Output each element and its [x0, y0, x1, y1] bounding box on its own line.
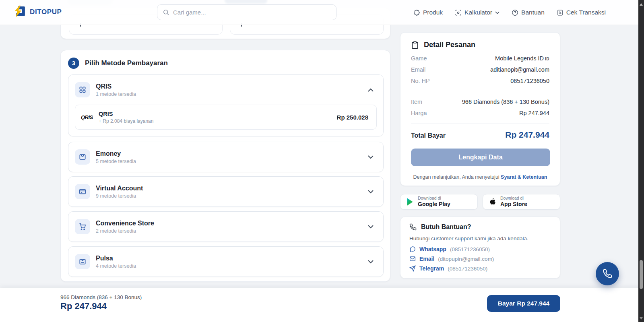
order-card-title: Detail Pesanan — [424, 41, 475, 49]
phone-label: No. HP — [411, 78, 430, 84]
checkout-bar: 966 Diamonds (836 + 130 Bonus) Rp 247.94… — [0, 288, 644, 322]
payment-group-pulsa-header[interactable]: Pulsa 4 metode tersedia — [68, 247, 383, 277]
telegram-icon — [409, 265, 416, 272]
payment-group-virtual-account-header[interactable]: Virtual Account 9 metode tersedia — [68, 177, 383, 206]
help-circle-icon — [512, 9, 518, 16]
group-name: Pulsa — [96, 254, 136, 262]
apple-icon — [489, 198, 496, 206]
phone-credit-icon — [75, 254, 90, 269]
nav-produk[interactable]: Produk — [413, 9, 443, 16]
order-detail-card: Detail Pesanan Game Mobile Legends IDID … — [400, 32, 560, 186]
download-label: Download di — [500, 196, 527, 201]
scroll-up-icon[interactable] — [640, 3, 643, 6]
payment-group-qris: QRIS 1 metode tersedia QRIS QRIS + Rp 2.… — [68, 74, 384, 136]
nav-bantuan[interactable]: Bantuan — [512, 9, 545, 16]
search-icon — [163, 9, 169, 16]
nav-cek-transaksi[interactable]: Cek Transaksi — [557, 9, 606, 16]
nav-menu: Produk Kalkulator Bantuan Cek Transaksi — [413, 0, 606, 25]
chevron-down-icon[interactable] — [368, 155, 374, 159]
qris-payment-option[interactable]: QRIS QRIS + Rp 2.084 biaya layanan Rp 25… — [75, 105, 377, 130]
shopping-cart-icon — [75, 219, 90, 234]
terms-link[interactable]: Syarat & Ketentuan — [501, 174, 547, 180]
pay-button[interactable]: Bayar Rp 247.944 — [487, 295, 560, 312]
item-label: Item — [411, 99, 422, 105]
contact-detail: (085171236050) — [450, 246, 490, 252]
phone-value: 085171236050 — [510, 78, 549, 84]
google-play-button[interactable]: Download di Google Play — [400, 194, 478, 210]
chevron-up-icon[interactable] — [368, 88, 374, 92]
payment-group-qris-header[interactable]: QRIS 1 metode tersedia — [68, 75, 383, 105]
receipt-icon — [557, 9, 564, 16]
group-name: Virtual Account — [96, 184, 143, 192]
checkout-total: Rp 247.944 — [60, 301, 107, 312]
chevron-down-icon[interactable] — [368, 260, 374, 264]
store-name: App Store — [500, 201, 527, 208]
group-subtitle: 5 metode tersedia — [96, 159, 136, 164]
brand-name: DITOPUP — [30, 8, 62, 16]
group-name: Emoney — [96, 150, 136, 158]
scroll-down-icon[interactable] — [640, 317, 643, 320]
payment-group-convenience-store: Convenience Store 2 metode tersedia — [68, 211, 384, 242]
contact-email[interactable]: Email (ditopupin@gmail.com) — [409, 256, 494, 262]
download-label: Download di — [418, 196, 450, 201]
group-subtitle: 1 metode tersedia — [96, 91, 136, 97]
app-store-button[interactable]: Download di App Store — [483, 194, 560, 210]
group-subtitle: 9 metode tersedia — [96, 193, 143, 199]
contact-detail: (085171236050) — [448, 266, 487, 272]
calculator-scan-icon — [455, 9, 462, 16]
clipboard-icon — [411, 41, 419, 49]
checkout-item-name: 966 Diamonds (836 + 130 Bonus) — [60, 294, 142, 300]
brand-logo[interactable]: DITOPUP — [13, 5, 62, 19]
qris-logo: QRIS — [81, 114, 99, 120]
game-value: Mobile Legends IDID — [495, 55, 549, 62]
nav-bantuan-label: Bantuan — [521, 9, 545, 16]
group-name: Convenience Store — [96, 219, 154, 227]
nav-produk-label: Produk — [423, 9, 443, 16]
item-value: 966 Diamonds (836 + 130 Bonus) — [462, 99, 549, 105]
contact-detail: (ditopupin@gmail.com) — [438, 256, 494, 262]
contact-telegram[interactable]: Telegram (085171236050) — [409, 265, 487, 272]
payment-group-virtual-account: Virtual Account 9 metode tersedia — [68, 176, 384, 207]
divider — [411, 124, 549, 124]
payment-method-card: 3 Pilih Metode Pembayaran QRIS 1 metode … — [60, 50, 390, 282]
search-input[interactable] — [173, 9, 331, 16]
total-label: Total Bayar — [411, 132, 446, 139]
price-value: Rp 247.944 — [519, 110, 549, 116]
credit-card-icon — [75, 184, 90, 199]
game-search-bar[interactable] — [157, 4, 336, 20]
nav-kalkulator[interactable]: Kalkulator — [455, 9, 500, 16]
contact-name[interactable]: Telegram — [419, 265, 444, 272]
country-badge: ID — [545, 57, 549, 61]
qr-grid-icon — [75, 82, 90, 97]
help-subtitle: Hubungi customer support kami jika ada k… — [409, 235, 528, 242]
chevron-down-icon[interactable] — [368, 190, 374, 194]
contact-name[interactable]: Whatsapp — [419, 246, 446, 252]
wallet-icon — [75, 149, 90, 165]
game-label: Game — [411, 55, 427, 62]
payment-group-pulsa: Pulsa 4 metode tersedia — [68, 246, 384, 277]
nav-cek-transaksi-label: Cek Transaksi — [566, 9, 606, 16]
store-name: Google Play — [418, 201, 450, 208]
payment-group-emoney: Emoney 5 metode tersedia — [68, 142, 384, 172]
scrollbar[interactable] — [638, 0, 644, 322]
contact-fab[interactable] — [596, 262, 619, 285]
group-subtitle: 2 metode tersedia — [96, 228, 154, 234]
group-subtitle: 4 metode tersedia — [96, 263, 136, 269]
payment-group-convenience-store-header[interactable]: Convenience Store 2 metode tersedia — [68, 212, 383, 242]
whatsapp-icon — [409, 246, 416, 252]
puzzle-icon — [413, 9, 420, 16]
option-name: QRIS — [99, 111, 153, 117]
lengkapi-data-button[interactable]: Lengkapi Data — [411, 149, 550, 166]
scrollbar-thumb[interactable] — [640, 260, 643, 289]
contact-name[interactable]: Email — [419, 256, 434, 262]
group-name: QRIS — [96, 83, 136, 91]
contact-whatsapp[interactable]: Whatsapp (085171236050) — [409, 246, 490, 252]
help-card: Butuh Bantuan? Hubungi customer support … — [400, 217, 560, 279]
chevron-down-icon[interactable] — [368, 225, 374, 229]
terms-text: Dengan melanjutkan, Anda menyetujui Syar… — [400, 174, 560, 180]
lightning-bolt-icon — [13, 5, 27, 19]
phone-icon — [603, 269, 612, 279]
email-label: Email — [411, 66, 425, 73]
phone-icon — [409, 223, 417, 231]
payment-group-emoney-header[interactable]: Emoney 5 metode tersedia — [68, 142, 383, 172]
